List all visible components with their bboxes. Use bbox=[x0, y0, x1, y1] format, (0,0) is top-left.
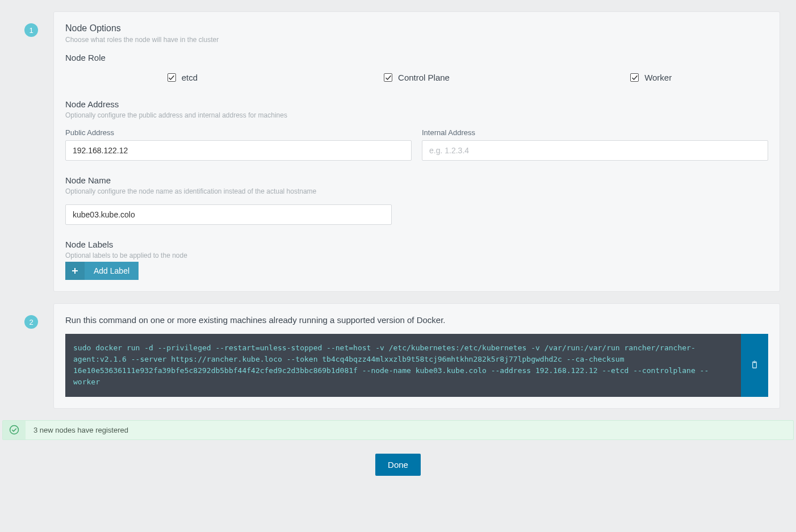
node-labels-subtitle: Optional labels to be applied to the nod… bbox=[65, 252, 768, 259]
role-controlplane-checkbox[interactable]: Control Plane bbox=[384, 73, 450, 82]
node-name-input[interactable] bbox=[65, 204, 392, 225]
success-icon bbox=[3, 421, 26, 439]
role-worker-checkbox[interactable]: Worker bbox=[630, 73, 672, 82]
node-name-heading: Node Name bbox=[65, 175, 768, 185]
node-address-subtitle: Optionally configure the public address … bbox=[65, 111, 768, 119]
node-address-heading: Node Address bbox=[65, 99, 768, 109]
node-labels-heading: Node Labels bbox=[65, 240, 768, 249]
run-command-panel: 2 Run this command on one or more existi… bbox=[53, 303, 780, 409]
done-button[interactable]: Done bbox=[375, 454, 421, 476]
command-code: sudo docker run -d --privileged --restar… bbox=[65, 334, 741, 397]
step-badge-2: 2 bbox=[24, 315, 38, 329]
svg-point-0 bbox=[10, 426, 19, 434]
run-command-text: Run this command on one or more existing… bbox=[65, 315, 768, 325]
role-etcd-label: etcd bbox=[182, 73, 198, 82]
check-icon bbox=[384, 73, 392, 82]
node-role-row: etcd Control Plane Worker bbox=[65, 73, 768, 82]
node-name-subtitle: Optionally configure the node name as id… bbox=[65, 187, 768, 195]
clipboard-icon bbox=[750, 360, 759, 371]
role-etcd-checkbox[interactable]: etcd bbox=[167, 73, 198, 82]
role-controlplane-label: Control Plane bbox=[398, 73, 450, 82]
copy-command-button[interactable] bbox=[741, 334, 768, 397]
check-icon bbox=[630, 73, 639, 82]
status-text: 3 new nodes have registered bbox=[26, 421, 136, 439]
node-options-panel: 1 Node Options Choose what roles the nod… bbox=[53, 11, 780, 292]
public-address-input[interactable] bbox=[65, 140, 412, 161]
node-options-title: Node Options bbox=[65, 23, 768, 33]
add-label-text: Add Label bbox=[85, 266, 139, 275]
node-options-subtitle: Choose what roles the node will have in … bbox=[65, 36, 768, 44]
plus-icon bbox=[65, 262, 85, 280]
node-role-heading: Node Role bbox=[65, 53, 768, 62]
status-bar: 3 new nodes have registered bbox=[2, 420, 794, 440]
add-label-button[interactable]: Add Label bbox=[65, 262, 139, 280]
check-icon bbox=[167, 73, 176, 82]
step-badge-1: 1 bbox=[24, 23, 38, 37]
internal-address-input[interactable] bbox=[422, 140, 768, 161]
internal-address-label: Internal Address bbox=[422, 128, 768, 137]
public-address-label: Public Address bbox=[65, 128, 412, 137]
role-worker-label: Worker bbox=[644, 73, 672, 82]
